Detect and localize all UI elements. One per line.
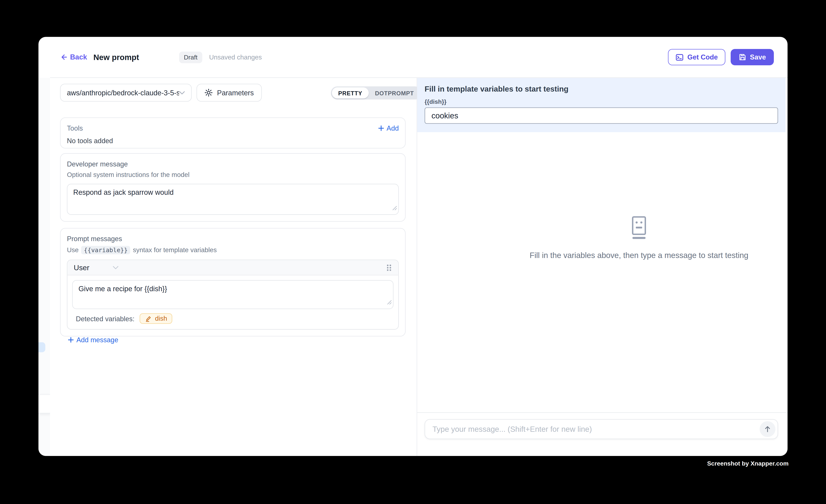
plus-icon xyxy=(68,337,74,343)
save-icon xyxy=(738,53,746,61)
syntax-hint-prefix: Use xyxy=(67,246,78,254)
sidebar-active-item-highlight[interactable] xyxy=(39,342,45,352)
plus-icon xyxy=(378,125,384,131)
parameters-button[interactable]: Parameters xyxy=(196,84,262,102)
prompt-editor-panel: aws/anthropic/bedrock-claude-3-5-s... P xyxy=(50,78,417,456)
role-selector[interactable]: User xyxy=(74,263,118,272)
variables-banner: Fill in template variables to start test… xyxy=(417,78,785,132)
model-selector-value: aws/anthropic/bedrock-claude-3-5-s... xyxy=(67,89,179,97)
prompt-tester-panel: Fill in template variables to start test… xyxy=(417,78,787,456)
tools-title: Tools xyxy=(67,124,83,132)
developer-message-subtitle: Optional system instructions for the mod… xyxy=(67,171,399,179)
variable-value-input[interactable] xyxy=(425,107,778,124)
prompt-messages-card: Prompt messages Use {{variable}} syntax … xyxy=(60,228,406,336)
page-title: New prompt xyxy=(93,53,139,62)
toggle-dotprompt[interactable]: DOTPROMPT xyxy=(369,87,420,99)
chevron-down-icon xyxy=(179,91,185,94)
drag-handle[interactable] xyxy=(386,263,392,271)
get-code-label: Get Code xyxy=(688,53,718,61)
add-message-button[interactable]: Add message xyxy=(68,336,399,344)
add-tool-button[interactable]: Add xyxy=(378,124,399,132)
syntax-hint-suffix: syntax for template variables xyxy=(133,246,217,254)
developer-message-card: Developer message Optional system instru… xyxy=(60,153,406,222)
screenshot-stage: Back New prompt Draft Unsaved changes Ge… xyxy=(0,0,826,504)
app-window: Back New prompt Draft Unsaved changes Ge… xyxy=(39,37,787,456)
developer-message-title: Developer message xyxy=(67,160,399,168)
syntax-hint: Use {{variable}} syntax for template var… xyxy=(67,246,399,254)
robot-face-icon xyxy=(629,216,650,240)
chat-empty-text: Fill in the variables above, then type a… xyxy=(476,251,787,260)
variable-name-label: {{dish}} xyxy=(425,99,778,105)
tools-card: Tools Add No tools added xyxy=(60,118,406,148)
syntax-hint-code: {{variable}} xyxy=(81,246,130,254)
header: Back New prompt Draft Unsaved changes Ge… xyxy=(39,37,787,77)
model-selector[interactable]: aws/anthropic/bedrock-claude-3-5-s... xyxy=(60,84,192,102)
tools-empty-text: No tools added xyxy=(67,137,399,145)
save-label: Save xyxy=(750,53,766,61)
parameters-label: Parameters xyxy=(217,89,254,97)
message-textarea[interactable]: Give me a recipe for {{dish}} xyxy=(72,280,394,309)
detected-variables-row: Detected variables: dish xyxy=(76,313,398,324)
add-message-label: Add message xyxy=(76,336,118,344)
gear-icon xyxy=(204,88,213,97)
arrow-left-icon xyxy=(60,53,67,61)
message-body: Give me a recipe for {{dish}} xyxy=(67,275,398,309)
chat-input-divider xyxy=(417,412,787,413)
back-label: Back xyxy=(70,53,87,61)
message-header: User xyxy=(67,260,398,275)
send-button[interactable] xyxy=(760,421,775,437)
terminal-icon xyxy=(675,53,684,61)
edit-pencil-icon xyxy=(145,315,152,322)
save-button[interactable]: Save xyxy=(730,49,774,65)
status-badge: Draft xyxy=(179,51,202,63)
developer-message-textarea[interactable]: Respond as jack sparrow would xyxy=(67,184,399,215)
chat-empty-state: Fill in the variables above, then type a… xyxy=(476,216,787,260)
message-block: User xyxy=(67,259,399,329)
view-mode-toggle: PRETTY DOTPROMPT xyxy=(331,86,421,100)
chevron-down-icon xyxy=(112,266,118,269)
variable-chip-label: dish xyxy=(155,315,167,322)
chat-input-bar xyxy=(425,419,778,439)
variable-chip-dish[interactable]: dish xyxy=(140,313,172,324)
role-value: User xyxy=(74,263,90,272)
detected-variables-label: Detected variables: xyxy=(76,315,134,323)
get-code-button[interactable]: Get Code xyxy=(668,49,725,65)
back-button[interactable]: Back xyxy=(60,53,87,61)
prompt-messages-title: Prompt messages xyxy=(67,235,399,243)
add-tool-label: Add xyxy=(387,124,399,132)
unsaved-changes-text: Unsaved changes xyxy=(209,54,262,61)
toggle-pretty[interactable]: PRETTY xyxy=(332,87,369,99)
chat-message-input[interactable] xyxy=(425,425,760,433)
variables-banner-title: Fill in template variables to start test… xyxy=(425,85,778,93)
screenshot-watermark: Screenshot by Xnapper.com xyxy=(707,460,789,467)
